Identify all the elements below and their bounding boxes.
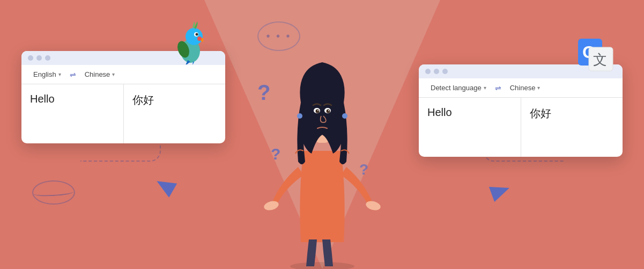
right-translator-toolbar: Detect language ▾ ⇌ Chinese ▾ bbox=[419, 78, 623, 98]
right-target-lang-button[interactable]: Chinese ▾ bbox=[507, 83, 544, 93]
svg-point-3 bbox=[196, 33, 198, 36]
right-source-lang-chevron: ▾ bbox=[484, 85, 486, 91]
left-target-lang-chevron: ▾ bbox=[112, 71, 115, 77]
squiggle-decoration bbox=[33, 188, 74, 197]
right-browser-window: G 文 Detect language ▾ ⇌ Chinese ▾ Hello bbox=[419, 64, 623, 157]
left-browser-window: English ▾ ⇌ Chinese ▾ Hello 你好 bbox=[21, 51, 225, 143]
right-source-lang-label: Detect language bbox=[431, 84, 482, 92]
left-target-lang-button[interactable]: Chinese ▾ bbox=[82, 69, 119, 79]
right-target-text: 你好 bbox=[530, 107, 551, 119]
right-window-content: Detect language ▾ ⇌ Chinese ▾ Hello 你好 bbox=[419, 78, 623, 157]
svg-point-21 bbox=[297, 113, 302, 119]
svg-point-17 bbox=[315, 110, 319, 113]
right-source-panel[interactable]: Hello bbox=[419, 98, 521, 157]
titlebar-dot-2 bbox=[36, 55, 42, 61]
left-source-text: Hello bbox=[30, 93, 55, 105]
parrot-icon bbox=[172, 21, 209, 59]
right-target-lang-chevron: ▾ bbox=[537, 85, 540, 91]
right-titlebar-dot-3 bbox=[442, 69, 448, 74]
person-svg bbox=[263, 43, 381, 269]
right-swap-icon[interactable]: ⇌ bbox=[495, 84, 501, 92]
left-source-lang-button[interactable]: English ▾ bbox=[30, 69, 64, 79]
right-translator-panels: Hello 你好 bbox=[419, 98, 623, 157]
titlebar-dot-3 bbox=[45, 55, 50, 61]
right-titlebar-dot-1 bbox=[425, 69, 431, 74]
left-window-content: English ▾ ⇌ Chinese ▾ Hello 你好 bbox=[21, 65, 225, 143]
right-titlebar-dot-2 bbox=[434, 69, 439, 74]
svg-point-1 bbox=[186, 28, 203, 45]
svg-point-10 bbox=[290, 262, 354, 269]
right-source-lang-button[interactable]: Detect language ▾ bbox=[427, 83, 490, 93]
left-target-text: 你好 bbox=[132, 94, 154, 106]
svg-text:文: 文 bbox=[593, 52, 607, 68]
right-source-text: Hello bbox=[427, 106, 452, 118]
dashed-line-left bbox=[80, 140, 161, 162]
left-source-lang-chevron: ▾ bbox=[58, 71, 61, 77]
svg-point-5 bbox=[197, 37, 202, 41]
svg-point-19 bbox=[317, 110, 319, 111]
left-swap-icon[interactable]: ⇌ bbox=[70, 70, 76, 79]
right-target-lang-label: Chinese bbox=[510, 84, 536, 92]
left-target-lang-label: Chinese bbox=[85, 70, 110, 78]
speech-bubble-dots: • • • bbox=[266, 30, 291, 42]
google-translate-icon: G 文 bbox=[577, 38, 615, 72]
right-target-panel: 你好 bbox=[521, 98, 623, 157]
speech-bubble-left bbox=[32, 180, 75, 205]
left-source-lang-label: English bbox=[33, 70, 56, 78]
left-target-panel: 你好 bbox=[124, 84, 226, 143]
left-translator-panels: Hello 你好 bbox=[21, 84, 225, 143]
person-figure bbox=[263, 43, 381, 269]
left-source-panel[interactable]: Hello bbox=[21, 84, 124, 143]
left-translator-toolbar: English ▾ ⇌ Chinese ▾ bbox=[21, 65, 225, 84]
svg-point-18 bbox=[326, 110, 330, 113]
svg-point-20 bbox=[328, 110, 329, 111]
svg-point-22 bbox=[342, 113, 347, 119]
titlebar-dot-1 bbox=[28, 55, 33, 61]
